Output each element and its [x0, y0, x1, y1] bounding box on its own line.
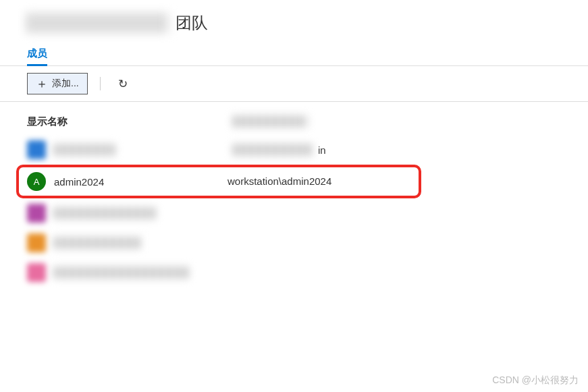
toolbar-divider: [100, 77, 101, 90]
avatar: [27, 233, 46, 252]
add-button-label: 添加...: [52, 78, 79, 90]
plus-icon: ＋: [36, 78, 48, 90]
refresh-button[interactable]: ↻: [113, 74, 133, 94]
avatar: [27, 204, 46, 223]
table-row[interactable]: [27, 198, 561, 228]
page-title-redacted: [27, 13, 169, 33]
avatar: [27, 263, 46, 282]
table-row[interactable]: [27, 258, 561, 287]
member-name-redacted: [54, 144, 115, 156]
column-display-name: 显示名称: [27, 115, 233, 130]
avatar: [27, 140, 46, 159]
table-row[interactable]: [27, 228, 561, 258]
table-row-highlighted[interactable]: A admin2024 workstation\admin2024: [16, 165, 421, 198]
table-row[interactable]: in: [27, 135, 561, 165]
member-name-redacted: [54, 237, 142, 249]
watermark: CSDN @小松很努力: [492, 374, 579, 387]
scope-hint: in: [318, 144, 326, 156]
column-username-scope-redacted: [233, 115, 307, 128]
member-name-redacted: [54, 207, 155, 219]
member-name-redacted: [54, 267, 189, 279]
member-scope: workstation\admin2024: [228, 175, 331, 187]
add-button[interactable]: ＋ 添加...: [27, 73, 88, 94]
page-title-suffix: 团队: [176, 12, 208, 34]
member-name: admin2024: [54, 176, 104, 188]
avatar: A: [27, 172, 46, 191]
member-scope-redacted: [233, 144, 314, 156]
tab-members[interactable]: 成员: [27, 47, 47, 66]
refresh-icon: ↻: [118, 78, 128, 90]
